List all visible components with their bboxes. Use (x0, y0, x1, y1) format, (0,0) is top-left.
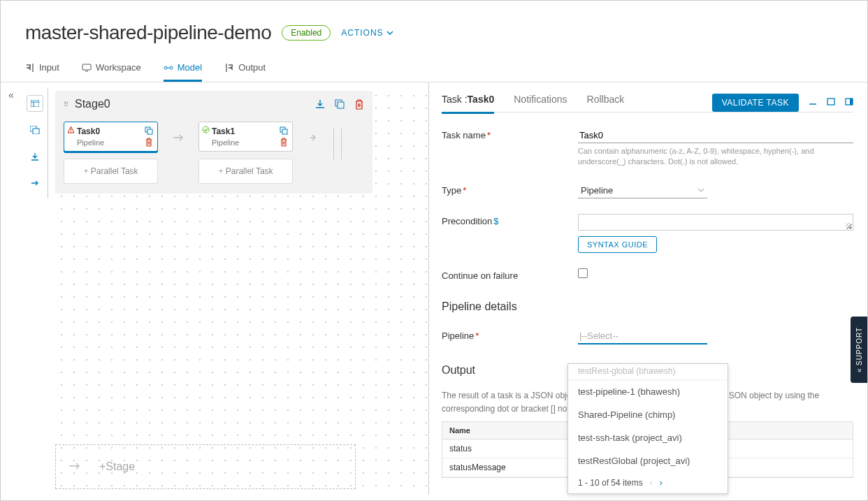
panel-tab-rollback[interactable]: Rollback (587, 91, 625, 114)
task1-name: Task1 (212, 126, 235, 136)
svg-rect-5 (33, 129, 39, 134)
add-stage-label: +Stage (99, 460, 135, 473)
drag-handle-icon[interactable]: ⠿ (64, 101, 69, 108)
model-icon (164, 63, 173, 73)
panel-tab-notifications[interactable]: Notifications (514, 91, 567, 114)
add-stage-box[interactable]: +Stage (55, 444, 356, 489)
panel-tab-task-name: Task0 (468, 94, 495, 105)
svg-rect-0 (82, 64, 91, 70)
toolbar-download-button[interactable] (27, 148, 43, 165)
page-title: master-shared-pipeline-demo (25, 22, 271, 44)
continue-on-failure-label: Continue on failure (442, 268, 578, 281)
task1-delete-icon[interactable] (280, 138, 288, 147)
dropdown-item-faded[interactable]: testRest-global (bhawesh) (568, 364, 728, 380)
pager-next-icon[interactable]: › (660, 478, 663, 488)
status-badge: Enabled (282, 25, 331, 41)
canvas-toolbar (22, 88, 48, 198)
pipeline-select[interactable]: |--Select-- (578, 328, 707, 344)
tab-input-label: Input (39, 62, 59, 73)
add-stage-arrow-icon (68, 461, 81, 473)
expand-column: » (1, 82, 22, 495)
svg-rect-13 (282, 129, 287, 134)
pipeline-details-title: Pipeline details (442, 300, 853, 313)
task0-delete-icon[interactable] (145, 138, 153, 147)
add-parallel-task-0[interactable]: + Parallel Task (64, 159, 158, 184)
stage-box: ⠿ Stage0 Task0 (55, 91, 372, 194)
input-icon (25, 63, 35, 73)
dropdown-pager: 1 - 10 of 54 items ‹ › (568, 472, 728, 493)
task-card-task1[interactable]: Task1 Pipeline (198, 122, 293, 152)
warning-icon (67, 125, 75, 136)
tab-output[interactable]: Output (224, 57, 266, 82)
dock-icon[interactable] (845, 97, 853, 108)
expand-chevron-icon[interactable]: » (8, 91, 14, 102)
stage-copy-icon[interactable] (335, 99, 345, 109)
support-chevron-icon: « (855, 368, 863, 373)
precondition-input[interactable] (578, 214, 853, 231)
svg-rect-14 (827, 99, 834, 105)
task0-type: Pipeline (77, 138, 152, 147)
toolbar-forms-button[interactable] (27, 122, 43, 138)
toolbar-arrow-button[interactable] (27, 175, 43, 191)
support-label: SUPPORT (855, 327, 863, 365)
svg-point-11 (203, 126, 209, 133)
tab-model-label: Model (178, 62, 202, 73)
validate-task-button[interactable]: VALIDATE TASK (712, 94, 799, 112)
svg-rect-16 (850, 99, 853, 105)
panel-tab-task[interactable]: Task :Task0 (442, 91, 494, 114)
success-icon (202, 125, 210, 136)
toolbar-layout-button[interactable] (27, 95, 43, 112)
tab-workspace-label: Workspace (96, 62, 141, 73)
support-tab[interactable]: « SUPPORT (851, 317, 867, 383)
stage-download-icon[interactable] (315, 99, 325, 109)
add-parallel-task-1[interactable]: + Parallel Task (198, 159, 293, 184)
svg-point-1 (164, 66, 167, 69)
task-name-label: Task name* (442, 128, 578, 168)
tab-output-label: Output (238, 62, 266, 73)
page-header: master-shared-pipeline-demo Enabled ACTI… (1, 1, 867, 57)
task-name-input[interactable] (578, 128, 853, 143)
output-icon (224, 63, 234, 73)
task0-name: Task0 (77, 126, 100, 136)
tab-workspace[interactable]: Workspace (82, 57, 141, 82)
sequence-arrow-icon (172, 133, 185, 143)
tab-input[interactable]: Input (25, 57, 59, 82)
maximize-icon[interactable] (827, 97, 835, 108)
continue-on-failure-checkbox[interactable] (578, 268, 588, 278)
type-label: Type* (442, 183, 578, 198)
svg-rect-10 (147, 129, 152, 134)
task1-type: Pipeline (212, 138, 287, 147)
task-name-help: Can contain alphanumeric (a-z, A-Z, 0-9)… (578, 146, 844, 168)
chevron-down-icon (386, 29, 393, 36)
dropdown-item[interactable]: Shared-Pipeline (chimp) (568, 403, 728, 426)
task1-copy-icon[interactable] (280, 126, 288, 135)
pipeline-canvas: ⠿ Stage0 Task0 (48, 82, 428, 495)
svg-rect-7 (338, 102, 344, 108)
panel-tab-task-prefix: Task : (442, 94, 468, 105)
type-value: Pipeline (581, 185, 613, 196)
stage-delete-icon[interactable] (354, 99, 364, 110)
workspace-icon (82, 63, 92, 73)
dropdown-item[interactable]: testRestGlobal (project_avi) (568, 449, 728, 472)
svg-point-8 (71, 131, 71, 132)
svg-point-2 (170, 66, 173, 69)
task0-copy-icon[interactable] (145, 126, 153, 135)
minimize-icon[interactable] (809, 97, 817, 108)
stage-title[interactable]: ⠿ Stage0 (64, 98, 110, 110)
sequence-end-handle[interactable] (333, 129, 342, 159)
sequence-arrow-2-icon (307, 133, 319, 143)
chevron-down-icon (697, 187, 704, 194)
task-card-task0[interactable]: Task0 Pipeline (64, 122, 158, 152)
dropdown-item[interactable]: test-ssh-task (project_avi) (568, 426, 728, 449)
dropdown-item[interactable]: test-pipeline-1 (bhawesh) (568, 380, 728, 403)
syntax-guide-button[interactable]: SYNTAX GUIDE (578, 236, 657, 253)
main-tabs: Input Workspace Model Output (1, 57, 867, 82)
pipeline-label: Pipeline* (442, 328, 578, 344)
precondition-label: Precondition$ (442, 214, 578, 253)
type-select[interactable]: Pipeline (578, 183, 707, 198)
tab-model[interactable]: Model (164, 57, 202, 82)
pager-prev-icon[interactable]: ‹ (650, 478, 653, 488)
stage-name: Stage0 (75, 98, 110, 110)
actions-menu[interactable]: ACTIONS (341, 28, 393, 38)
pager-text: 1 - 10 of 54 items (578, 478, 643, 488)
